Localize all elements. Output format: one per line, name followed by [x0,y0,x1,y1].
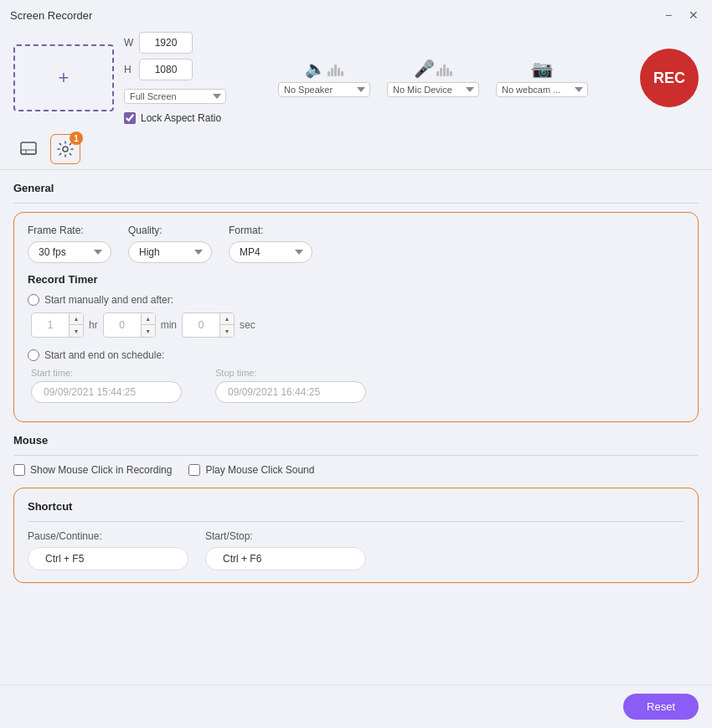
webcam-icon: 📷 [532,59,553,79]
title-bar-controls: − ✕ [660,7,702,23]
play-sound-row: Play Mouse Click Sound [188,464,314,476]
settings-badge: 1 [70,132,83,145]
format-select[interactable]: MP4 AVI MOV GIF [229,241,312,263]
frame-rate-label: Frame Rate: [28,225,111,236]
format-field: Format: MP4 AVI MOV GIF [229,225,312,263]
hr-spinner: ▲ ▼ [69,313,83,337]
mouse-section: Mouse Show Mouse Click in Recording Play… [13,434,699,476]
frame-rate-select[interactable]: 30 fps 60 fps 15 fps [28,241,111,263]
show-click-checkbox[interactable] [13,464,25,476]
dimensions-area: W H Full Screen Custom Lock Aspect Ratio [124,32,226,124]
schedule-radio[interactable] [28,349,39,361]
min-input-group: ▲ ▼ [103,312,156,338]
settings-button[interactable]: 1 [50,134,80,164]
stop-time-field: Stop time: [215,368,366,403]
min-spinner: ▲ ▼ [141,313,155,337]
frame-rate-field: Frame Rate: 30 fps 60 fps 15 fps [28,225,111,263]
mouse-divider [13,455,699,456]
start-stop-input[interactable] [205,547,366,571]
speaker-device: 🔈 No Speaker [278,59,370,97]
minimize-button[interactable]: − [660,7,677,23]
height-row: H [124,59,226,80]
format-label: Format: [229,225,312,236]
bar2 [331,68,333,76]
mouse-section-title: Mouse [13,434,699,447]
audio-section: 🔈 No Speaker 🎤 [236,59,630,97]
start-time-input[interactable] [31,381,182,403]
mic-bars [436,61,452,76]
sec-input[interactable] [183,313,219,337]
mic-select[interactable]: No Mic Device [387,82,479,97]
mic-icon: 🎤 [414,59,435,79]
bar2 [440,68,442,76]
manual-radio-label: Start manually and end after: [44,294,173,306]
screen-layout-icon [20,142,37,157]
hr-input[interactable] [32,313,69,337]
shortcut-card: Shortcut Pause/Continue: Start/Stop: [13,488,699,583]
speaker-select[interactable]: No Speaker [278,82,370,97]
bar3 [443,65,446,76]
manual-radio[interactable] [28,294,39,306]
general-section-title: General [13,182,699,194]
lock-aspect-checkbox[interactable] [124,112,136,124]
min-down-button[interactable]: ▼ [142,325,155,337]
timer-inputs: ▲ ▼ hr ▲ ▼ min ▲ ▼ [31,312,684,338]
bar1 [436,71,439,76]
pause-label: Pause/Continue: [28,530,188,542]
hr-label: hr [89,319,98,331]
mic-icon-row: 🎤 [414,59,452,79]
time-fields: Start time: Stop time: [31,368,684,403]
webcam-icon-row: 📷 [532,59,553,79]
mic-device: 🎤 No Mic Device [387,59,479,97]
bar4 [338,68,340,76]
schedule-section: Start and end on schedule: Start time: S… [28,349,684,403]
width-label: W [124,37,136,49]
svg-rect-0 [21,142,36,154]
webcam-select[interactable]: No webcam ... [496,82,588,97]
height-label: H [124,64,136,75]
plus-icon: + [59,67,70,89]
start-stop-label: Start/Stop: [205,530,366,542]
width-input[interactable] [139,32,193,54]
hr-up-button[interactable]: ▲ [70,313,83,325]
shortcut-divider [28,521,684,522]
sec-up-button[interactable]: ▲ [220,313,234,325]
min-input[interactable] [104,313,141,337]
general-settings-card: Frame Rate: 30 fps 60 fps 15 fps Quality… [13,212,699,422]
reset-button[interactable]: Reset [623,694,699,720]
shortcut-title: Shortcut [28,500,684,513]
show-click-label: Show Mouse Click in Recording [30,464,172,476]
bar4 [446,68,449,76]
quality-select[interactable]: High Medium Low [128,241,212,263]
sec-down-button[interactable]: ▼ [220,325,234,337]
mouse-row: Show Mouse Click in Recording Play Mouse… [13,464,699,476]
toolbar-row: 1 [0,132,712,170]
height-input[interactable] [139,59,193,80]
main-content: General Frame Rate: 30 fps 60 fps 15 fps… [0,170,712,684]
screen-preview[interactable]: + [13,44,114,111]
bar1 [328,71,330,76]
hr-down-button[interactable]: ▼ [70,325,83,337]
lock-aspect-row: Lock Aspect Ratio [124,112,226,124]
sec-input-group: ▲ ▼ [182,312,235,338]
top-bar: + W H Full Screen Custom Lock Aspect Rat… [0,27,712,132]
screen-layout-button[interactable] [13,134,44,164]
stop-time-label: Stop time: [215,368,366,378]
speaker-icon: 🔈 [305,59,326,79]
min-label: min [161,319,177,331]
pause-field: Pause/Continue: [28,530,188,571]
show-click-row: Show Mouse Click in Recording [13,464,172,476]
webcam-device: 📷 No webcam ... [496,59,588,97]
stop-time-input[interactable] [215,381,366,403]
bottom-bar: Reset [0,684,712,728]
general-settings-row: Frame Rate: 30 fps 60 fps 15 fps Quality… [28,225,684,263]
play-sound-checkbox[interactable] [188,464,200,476]
screen-dropdown-row: Full Screen Custom [124,89,226,104]
pause-input[interactable] [28,547,188,571]
screen-type-select[interactable]: Full Screen Custom [124,89,226,104]
min-up-button[interactable]: ▲ [142,313,155,325]
rec-button[interactable]: REC [640,49,699,107]
lock-aspect-label: Lock Aspect Ratio [141,112,221,124]
close-button[interactable]: ✕ [685,7,702,23]
speaker-bars [328,61,343,76]
